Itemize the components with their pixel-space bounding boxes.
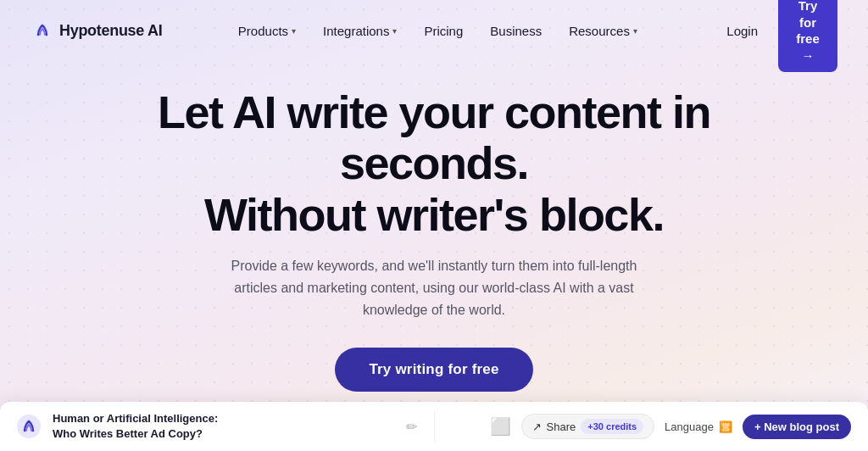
nav-pricing[interactable]: Pricing [412,17,475,45]
hero-subtitle: Provide a few keywords, and we'll instan… [214,255,654,320]
brand-name: Hypotenuse AI [59,22,162,40]
navbar: Hypotenuse AI Products ▾ Integrations ▾ … [0,0,868,61]
language-selector[interactable]: Language 🈺 [665,420,732,433]
resources-chevron-icon: ▾ [633,26,637,36]
edit-icon[interactable]: ✏ [406,419,417,435]
logo-area: Hypotenuse AI [31,19,162,42]
nav-integrations[interactable]: Integrations ▾ [311,17,409,45]
bottom-bar-actions: ⬜ ↗ Share +30 credits Language 🈺 + New b… [452,414,852,439]
bottom-bar-preview: Human or Artificial Intelligence: Who Wr… [0,402,868,451]
translate-icon: 🈺 [719,420,732,433]
products-chevron-icon: ▾ [292,26,296,36]
nav-products[interactable]: Products ▾ [226,17,308,45]
share-icon: ↗ [532,420,542,433]
new-blog-post-button[interactable]: + New blog post [743,415,851,439]
page-wrapper: Hypotenuse AI Products ▾ Integrations ▾ … [0,0,868,451]
hero-title: Let AI write your content in seconds. Wi… [86,86,782,240]
nav-resources[interactable]: Resources ▾ [557,17,649,45]
navbar-right: Login Tryforfree→ [713,0,837,72]
document-icon: ⬜ [490,416,511,437]
integrations-chevron-icon: ▾ [392,26,397,36]
hero-cta-button[interactable]: Try writing for free [335,348,532,392]
logo-icon [31,19,54,42]
share-button[interactable]: ↗ Share +30 credits [521,414,655,439]
try-free-corner-button[interactable]: Tryforfree→ [778,0,837,72]
nav-business[interactable]: Business [478,17,554,45]
article-title: Human or Artificial Intelligence: Who Wr… [53,411,222,441]
nav-links: Products ▾ Integrations ▾ Pricing Busine… [226,17,649,45]
bottom-bar-logo-icon [17,415,41,438]
bottom-bar-article: Human or Artificial Intelligence: Who Wr… [17,411,435,441]
svg-point-1 [17,415,41,438]
hero-section: Let AI write your content in seconds. Wi… [0,61,868,422]
login-button[interactable]: Login [713,17,771,45]
svg-point-0 [31,19,54,42]
credits-badge: +30 credits [581,419,643,434]
